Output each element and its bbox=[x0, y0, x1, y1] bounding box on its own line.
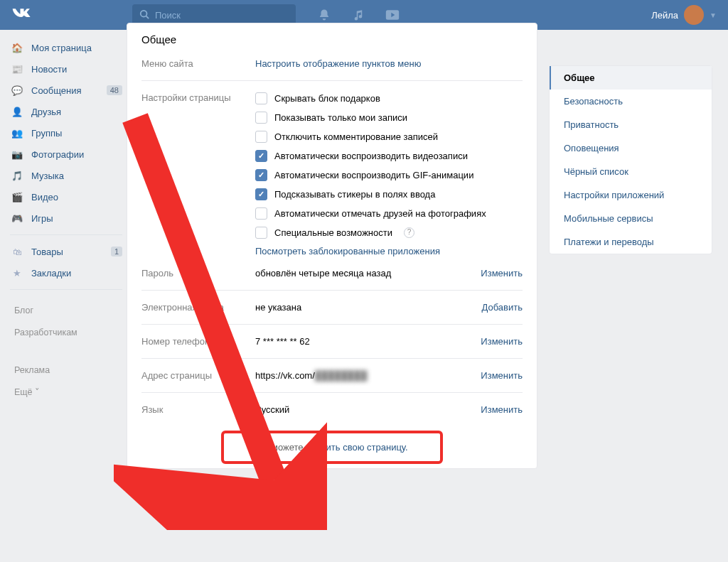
row-value: https://vk.com/████████ bbox=[255, 370, 481, 381]
checkbox-row[interactable]: ✓Автоматически воспроизводить видеозапис… bbox=[255, 150, 523, 162]
checkbox[interactable] bbox=[255, 92, 267, 104]
nav-groups[interactable]: 👥Группы bbox=[6, 122, 127, 144]
nav-bookmarks[interactable]: ★Закладки bbox=[6, 262, 127, 283]
footer-dev[interactable]: Разработчикам bbox=[10, 322, 115, 344]
checkbox-label: Скрывать блок подарков bbox=[274, 93, 380, 104]
help-icon[interactable]: ? bbox=[404, 227, 414, 238]
music-nav-icon: 🎵 bbox=[10, 168, 24, 183]
footer-blog[interactable]: Блог bbox=[10, 300, 115, 322]
avatar bbox=[684, 5, 704, 25]
row-action-link[interactable]: Добавить bbox=[482, 302, 523, 313]
row-value: Русский bbox=[255, 404, 481, 415]
checkbox-row[interactable]: Специальные возможности? bbox=[255, 227, 523, 239]
checkbox-row[interactable]: Показывать только мои записи bbox=[255, 112, 523, 124]
games-icon: 🎮 bbox=[10, 211, 24, 225]
delete-page-section: Вы можете удалить свою страницу. bbox=[141, 426, 523, 468]
configure-menu-link[interactable]: Настроить отображение пунктов меню bbox=[255, 58, 421, 69]
nav-messages[interactable]: 💬Сообщения48 bbox=[6, 80, 127, 101]
settings-tabs: Общее Безопасность Приватность Оповещени… bbox=[549, 65, 712, 254]
nav-music[interactable]: 🎵Музыка bbox=[6, 165, 127, 186]
tab-mobile[interactable]: Мобильные сервисы bbox=[550, 207, 712, 230]
tab-general[interactable]: Общее bbox=[550, 66, 712, 90]
news-icon: 📰 bbox=[10, 62, 24, 76]
delete-prefix: Вы можете bbox=[256, 442, 306, 453]
checkbox-row[interactable]: Скрывать блок подарков bbox=[255, 92, 523, 104]
tab-notifications[interactable]: Оповещения bbox=[550, 136, 712, 160]
tab-privacy[interactable]: Приватность bbox=[550, 113, 712, 136]
row-label: Номер телефона bbox=[141, 336, 255, 347]
row-action-link[interactable]: Изменить bbox=[481, 336, 523, 347]
photos-icon: 📷 bbox=[10, 147, 24, 161]
chevron-down-icon: ▼ bbox=[710, 11, 717, 19]
messages-icon: 💬 bbox=[10, 83, 24, 97]
settings-row: ЯзыкРусскийИзменить bbox=[141, 392, 523, 426]
page-settings-label: Настройки страницы bbox=[141, 92, 255, 256]
svg-line-1 bbox=[146, 16, 149, 18]
checkbox[interactable]: ✓ bbox=[255, 188, 267, 200]
row-action-link[interactable]: Изменить bbox=[481, 370, 523, 381]
footer-ads[interactable]: Реклама bbox=[10, 360, 115, 382]
row-label: Электронная почта bbox=[141, 302, 255, 313]
username: Лейла bbox=[651, 10, 678, 21]
checkbox-label: Специальные возможности bbox=[274, 227, 392, 238]
checkbox[interactable]: ✓ bbox=[255, 150, 267, 162]
home-icon: 🏠 bbox=[10, 40, 24, 55]
nav-news[interactable]: 📰Новости bbox=[6, 58, 127, 80]
nav-market[interactable]: 🛍Товары1 bbox=[6, 241, 127, 262]
checkbox[interactable] bbox=[255, 227, 267, 239]
nav-games[interactable]: 🎮Игры bbox=[6, 207, 127, 229]
row-action-link[interactable]: Изменить bbox=[481, 404, 523, 415]
blocked-apps-link[interactable]: Посмотреть заблокированные приложения bbox=[255, 246, 523, 256]
checkbox-label: Автоматически воспроизводить GIF-анимаци… bbox=[274, 170, 473, 180]
settings-row: Парольобновлён четыре месяца назадИзмени… bbox=[141, 268, 523, 290]
menu-label: Меню сайта bbox=[141, 58, 255, 69]
market-badge: 1 bbox=[111, 247, 122, 256]
checkbox-row[interactable]: Автоматически отмечать друзей на фотогра… bbox=[255, 207, 523, 220]
row-label: Адрес страницы bbox=[141, 370, 255, 381]
checkbox-label: Отключить комментирование записей bbox=[274, 131, 438, 142]
checkbox[interactable] bbox=[255, 112, 267, 124]
notifications-icon[interactable] bbox=[317, 8, 331, 22]
checkbox-label: Автоматически отмечать друзей на фотогра… bbox=[274, 208, 486, 219]
music-icon[interactable] bbox=[351, 8, 365, 22]
groups-icon: 👥 bbox=[10, 126, 24, 140]
tab-security[interactable]: Безопасность bbox=[550, 90, 712, 113]
checkbox[interactable]: ✓ bbox=[255, 169, 267, 181]
row-value: не указана bbox=[255, 302, 482, 313]
tab-payments[interactable]: Платежи и переводы bbox=[550, 230, 712, 254]
row-label: Пароль bbox=[141, 268, 255, 279]
video-play-icon[interactable] bbox=[385, 8, 400, 22]
checkbox-row[interactable]: ✓Подсказывать стикеры в полях ввода bbox=[255, 188, 523, 200]
settings-panel: Общее Меню сайта Настроить отображение п… bbox=[127, 23, 537, 469]
checkbox-label: Показывать только мои записи bbox=[274, 112, 407, 123]
top-icons bbox=[317, 8, 400, 22]
search-placeholder: Поиск bbox=[155, 10, 181, 21]
checkbox-label: Подсказывать стикеры в полях ввода bbox=[274, 189, 435, 200]
user-menu[interactable]: Лейла ▼ bbox=[651, 5, 717, 25]
tab-app-settings[interactable]: Настройки приложений bbox=[550, 183, 712, 207]
nav-video[interactable]: 🎬Видео bbox=[6, 186, 127, 207]
market-icon: 🛍 bbox=[10, 244, 24, 259]
checkbox[interactable] bbox=[255, 131, 267, 143]
checkbox-row[interactable]: ✓Автоматически воспроизводить GIF-анимац… bbox=[255, 169, 523, 181]
nav-photos[interactable]: 📷Фотографии bbox=[6, 144, 127, 165]
row-value: обновлён четыре месяца назад bbox=[255, 268, 481, 279]
tab-blacklist[interactable]: Чёрный список bbox=[550, 160, 712, 183]
logo[interactable] bbox=[11, 7, 132, 23]
checkbox[interactable] bbox=[255, 207, 267, 220]
footer-more[interactable]: Ещё ˅ bbox=[10, 382, 115, 404]
nav-my-page[interactable]: 🏠Моя страница bbox=[6, 37, 127, 58]
delete-page-link[interactable]: удалить свою страницу. bbox=[306, 442, 408, 453]
nav-friends[interactable]: 👤Друзья bbox=[6, 101, 127, 122]
settings-row: Номер телефона7 *** *** ** 62Изменить bbox=[141, 324, 523, 358]
row-label: Язык bbox=[141, 404, 255, 415]
messages-badge: 48 bbox=[107, 85, 122, 95]
checkbox-row[interactable]: Отключить комментирование записей bbox=[255, 131, 523, 143]
friends-icon: 👤 bbox=[10, 104, 24, 119]
search-icon bbox=[139, 9, 149, 21]
bookmark-icon: ★ bbox=[10, 266, 24, 280]
row-value: 7 *** *** ** 62 bbox=[255, 336, 481, 347]
footer-links: БлогРазработчикам РекламаЕщё ˅ bbox=[6, 296, 127, 408]
row-action-link[interactable]: Изменить bbox=[481, 268, 523, 279]
checkbox-label: Автоматически воспроизводить видеозаписи bbox=[274, 151, 468, 161]
